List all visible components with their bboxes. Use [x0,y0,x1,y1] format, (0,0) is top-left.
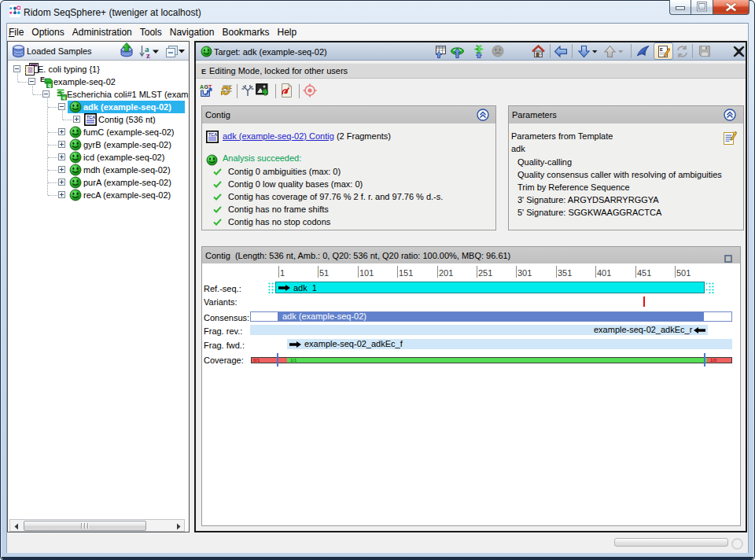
svg-text:E: E [40,76,45,83]
svg-text:E: E [660,47,663,52]
svg-text:A: A [200,84,204,90]
svg-text:q: q [62,95,65,100]
svg-text:TCA: TCA [208,132,217,137]
svg-text:q: q [48,83,51,89]
svg-text:TCA: TCA [87,115,95,120]
svg-text:z: z [146,50,150,58]
